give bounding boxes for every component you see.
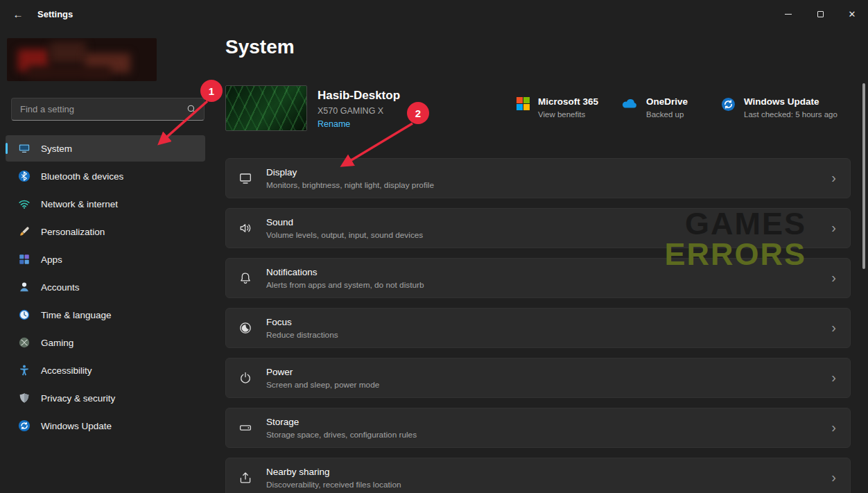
clock-icon — [18, 309, 31, 321]
sidebar-item-label: Windows Update — [41, 421, 112, 431]
xbox-icon — [18, 336, 31, 349]
status-microsoft-365[interactable]: Microsoft 365 View benefits — [517, 96, 598, 119]
window-controls: ✕ — [772, 0, 868, 28]
sidebar-item-privacy-security[interactable]: Privacy & security — [6, 385, 205, 411]
status-windows-update[interactable]: Windows Update Last checked: 5 hours ago — [721, 96, 837, 119]
chevron-right-icon: › — [831, 320, 836, 336]
apps-grid-icon — [18, 253, 31, 266]
windows-update-icon — [18, 420, 31, 432]
sidebar-item-apps[interactable]: Apps — [6, 246, 205, 273]
system-icon — [18, 142, 31, 155]
chevron-right-icon: › — [831, 220, 836, 236]
device-name: Hasib-Desktop — [318, 89, 400, 103]
device-info: Hasib-Desktop X570 GAMING X Rename — [318, 89, 400, 130]
card-title: Nearby sharing — [266, 467, 401, 477]
sidebar-item-label: System — [41, 144, 72, 154]
status-title: Windows Update — [744, 96, 837, 107]
minimize-icon — [785, 14, 792, 15]
card-title: Display — [266, 167, 434, 178]
sidebar-item-label: Gaming — [41, 338, 73, 348]
device-model: X570 GAMING X — [318, 106, 400, 116]
search-box[interactable] — [11, 98, 205, 121]
sidebar: System Bluetooth & devices Network & int… — [0, 28, 225, 493]
avatar-blur-block — [50, 42, 86, 63]
bell-icon — [238, 271, 252, 285]
status-onedrive[interactable]: OneDrive Backed up — [620, 96, 688, 119]
settings-card-power[interactable]: Power Screen and sleep, power mode › — [225, 358, 851, 398]
sidebar-item-label: Apps — [41, 254, 62, 265]
settings-card-storage[interactable]: Storage Storage space, drives, configura… — [225, 408, 851, 448]
speaker-icon — [238, 221, 252, 235]
minimize-button[interactable] — [772, 0, 804, 28]
sidebar-item-gaming[interactable]: Gaming — [6, 329, 205, 356]
sidebar-item-label: Personalization — [41, 227, 105, 237]
card-title: Storage — [266, 417, 417, 427]
avatar[interactable] — [7, 38, 157, 81]
sidebar-item-label: Accessibility — [41, 365, 92, 376]
chevron-right-icon: › — [831, 270, 836, 286]
windows-update-icon — [721, 97, 736, 112]
chevron-right-icon: › — [831, 370, 836, 386]
microsoft-365-icon — [517, 97, 530, 110]
person-icon — [18, 281, 31, 293]
back-button[interactable]: ← — [7, 3, 29, 25]
maximize-icon — [817, 11, 824, 17]
settings-card-focus[interactable]: Focus Reduce distractions › — [225, 308, 851, 348]
sidebar-item-accounts[interactable]: Accounts — [6, 274, 205, 300]
sidebar-item-windows-update[interactable]: Windows Update — [6, 413, 205, 439]
status-subtitle: Last checked: 5 hours ago — [744, 110, 837, 119]
settings-card-notifications[interactable]: Notifications Alerts from apps and syste… — [225, 258, 851, 298]
shield-icon — [18, 392, 31, 404]
wifi-icon — [18, 198, 31, 210]
settings-card-sound[interactable]: Sound Volume levels, output, input, soun… — [225, 208, 851, 248]
chevron-right-icon: › — [831, 469, 836, 485]
maximize-button[interactable] — [804, 0, 836, 28]
annotation-circle-2 — [407, 102, 429, 124]
card-subtitle: Screen and sleep, power mode — [266, 380, 379, 390]
onedrive-icon — [620, 97, 638, 109]
sidebar-item-label: Accounts — [41, 282, 80, 293]
bluetooth-icon — [18, 170, 31, 182]
nearby-sharing-icon — [238, 471, 252, 485]
sidebar-item-network-internet[interactable]: Network & internet — [6, 191, 205, 217]
sidebar-item-label: Time & language — [41, 310, 112, 320]
brush-icon — [18, 225, 31, 238]
card-subtitle: Volume levels, output, input, sound devi… — [266, 230, 423, 240]
settings-card-list: Display Monitors, brightness, night ligh… — [225, 158, 851, 493]
card-subtitle: Monitors, brightness, night light, displ… — [266, 180, 434, 190]
card-subtitle: Alerts from apps and system, do not dist… — [266, 280, 424, 290]
card-subtitle: Discoverability, received files location — [266, 480, 401, 490]
accessibility-icon — [18, 364, 31, 377]
power-icon — [238, 371, 252, 385]
annotation-number-2: 2 — [415, 107, 421, 119]
close-button[interactable]: ✕ — [836, 0, 868, 28]
sidebar-item-time-language[interactable]: Time & language — [6, 302, 205, 328]
status-subtitle: Backed up — [646, 110, 688, 119]
settings-card-display[interactable]: Display Monitors, brightness, night ligh… — [225, 158, 851, 198]
card-title: Notifications — [266, 267, 424, 277]
chevron-right-icon: › — [831, 420, 836, 435]
card-subtitle: Reduce distractions — [266, 330, 338, 340]
rename-link[interactable]: Rename — [318, 119, 350, 129]
page-title: System — [225, 36, 295, 58]
sidebar-item-label: Network & internet — [41, 199, 118, 209]
device-thumbnail — [225, 85, 307, 131]
chevron-right-icon: › — [831, 170, 836, 186]
focus-moon-icon — [238, 321, 252, 335]
search-input[interactable] — [12, 104, 186, 114]
status-title: Microsoft 365 — [538, 96, 598, 107]
settings-card-nearby-sharing[interactable]: Nearby sharing Discoverability, received… — [225, 458, 851, 493]
card-title: Sound — [266, 217, 423, 227]
card-subtitle: Storage space, drives, configuration rul… — [266, 430, 417, 440]
scrollbar-thumb[interactable] — [862, 83, 865, 269]
status-subtitle: View benefits — [538, 110, 598, 119]
avatar-blur-block — [28, 66, 111, 80]
sidebar-item-system[interactable]: System — [6, 135, 205, 162]
app-title: Settings — [37, 9, 73, 19]
sidebar-item-personalization[interactable]: Personalization — [6, 218, 205, 245]
sidebar-item-accessibility[interactable]: Accessibility — [6, 357, 205, 383]
sidebar-item-bluetooth-devices[interactable]: Bluetooth & devices — [6, 163, 205, 189]
storage-drive-icon — [238, 421, 252, 435]
sidebar-item-label: Privacy & security — [41, 393, 115, 404]
display-icon — [238, 171, 252, 185]
